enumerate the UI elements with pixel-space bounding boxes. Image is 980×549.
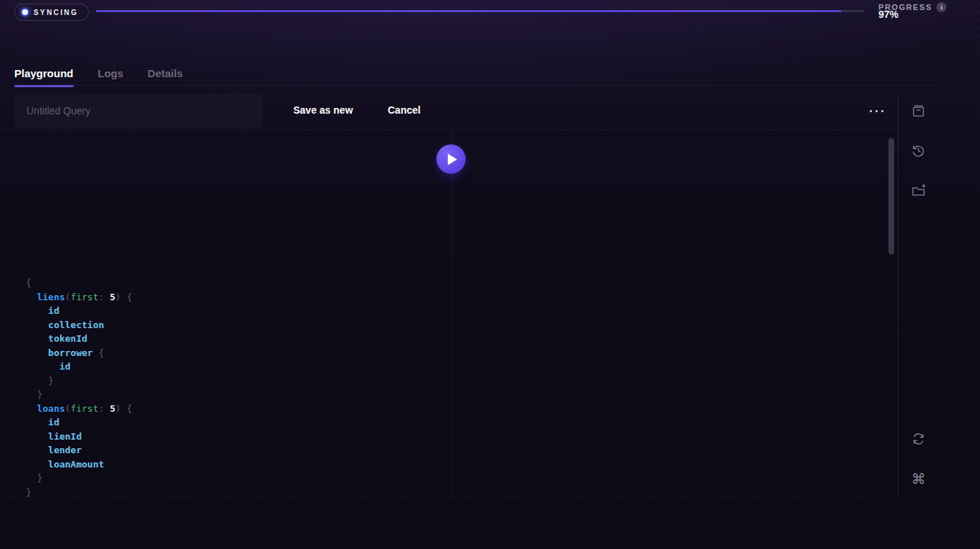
tab-bar: Playground Logs Details (14, 67, 183, 87)
sync-progress-fill (96, 10, 841, 12)
code-line: tokenId (26, 332, 132, 346)
code-line: loanAmount (26, 458, 132, 472)
response-scrollbar-thumb[interactable] (888, 138, 894, 254)
ellipsis-icon (876, 110, 878, 112)
tab-details[interactable]: Details (147, 67, 182, 87)
shortcuts-icon[interactable]: ⌘ (911, 471, 926, 487)
code-line: lender (26, 443, 132, 458)
code-line: collection (26, 318, 132, 332)
more-options-button[interactable] (867, 107, 886, 115)
save-as-new-button[interactable]: Save as new (293, 104, 353, 116)
query-name-input[interactable] (15, 94, 263, 128)
code-line: lienId (26, 430, 132, 444)
code-line: } (26, 485, 132, 498)
syncing-label: SYNCING (34, 9, 78, 16)
code-line: id (26, 360, 132, 374)
ellipsis-icon (881, 110, 883, 112)
code-line: } (26, 374, 132, 388)
refresh-icon[interactable] (911, 431, 926, 447)
history-icon[interactable] (911, 143, 926, 159)
code-line: id (26, 304, 132, 318)
tab-bar-divider (14, 85, 937, 86)
response-viewer: { "data": { "liens": [ { "id": "111793",… (453, 130, 888, 497)
syncing-status-dot (22, 9, 28, 15)
right-rail-divider (898, 93, 898, 497)
ellipsis-icon (870, 110, 872, 112)
code-line: liens(first: 5) { (26, 290, 132, 305)
code-line: borrower { (26, 346, 132, 360)
sync-progress-bar (96, 10, 864, 12)
tab-playground[interactable]: Playground (14, 67, 74, 87)
code-line: id (26, 415, 132, 430)
query-code: { liens(first: 5) { id collection tokenI… (26, 276, 132, 497)
progress-value: 97% (878, 9, 898, 20)
code-line: { (26, 276, 132, 290)
code-line: loans(first: 5) { (26, 402, 132, 416)
syncing-badge: SYNCING (14, 4, 89, 21)
code-line: } (26, 471, 132, 485)
new-folder-icon[interactable] (911, 183, 926, 199)
info-icon[interactable]: i (936, 2, 946, 12)
query-editor[interactable]: { liens(first: 5) { id collection tokenI… (0, 130, 452, 497)
panel-bottom-divider (0, 497, 898, 498)
saved-queries-icon[interactable] (911, 103, 926, 119)
tab-logs[interactable]: Logs (98, 67, 124, 87)
run-query-button[interactable] (436, 144, 466, 174)
cancel-button[interactable]: Cancel (388, 104, 421, 116)
code-line: } (26, 387, 132, 402)
play-icon (448, 154, 457, 165)
